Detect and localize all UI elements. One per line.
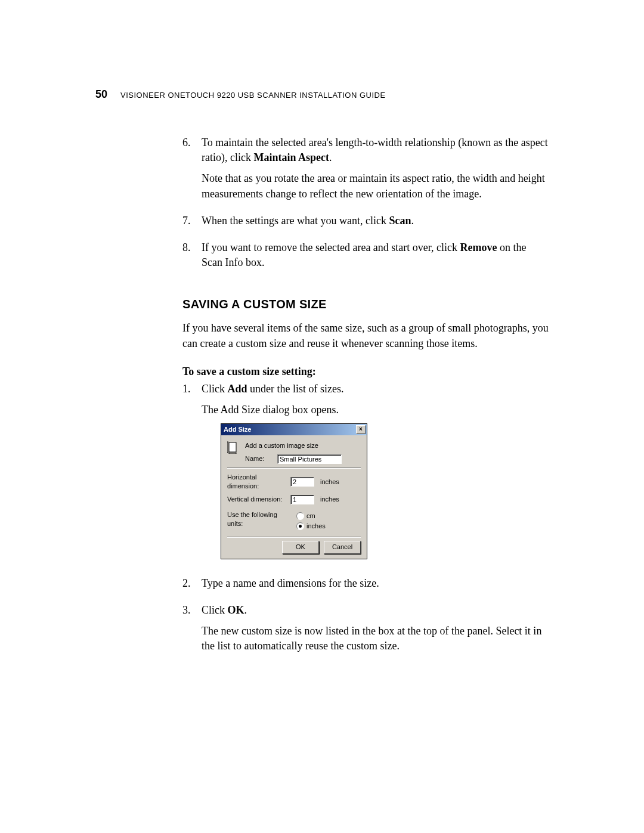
step-3-para2: The new custom size is now listed in the…	[202, 624, 549, 654]
hdim-label: Horizontal dimension:	[227, 473, 287, 491]
name-label: Name:	[245, 454, 274, 463]
list-number: 6.	[182, 135, 202, 208]
ok-button[interactable]: OK	[282, 541, 319, 553]
list-number: 7.	[182, 213, 202, 234]
list-number: 8.	[182, 240, 202, 276]
step-8-text: If you want to remove the selected area …	[202, 240, 549, 270]
list-number: 3.	[182, 603, 202, 660]
vdim-label: Vertical dimension:	[227, 495, 287, 504]
list-number: 2.	[182, 576, 202, 597]
radio-cm[interactable]: cm	[296, 512, 326, 521]
unit-suffix: inches	[320, 478, 339, 487]
add-size-dialog: Add Size ×	[221, 423, 367, 559]
vdim-field[interactable]	[290, 495, 314, 504]
cancel-button[interactable]: Cancel	[324, 541, 361, 553]
radio-icon	[296, 512, 304, 520]
step-6-text: To maintain the selected area's length-t…	[202, 135, 549, 165]
page-number: 50	[95, 88, 107, 101]
header-title: VISIONEER ONETOUCH 9220 USB SCANNER INST…	[120, 91, 386, 100]
intro-paragraph: If you have several items of the same si…	[182, 321, 549, 351]
sub-heading: To save a custom size setting:	[182, 366, 549, 378]
name-field[interactable]	[277, 454, 342, 464]
step-2-text: Type a name and dimensions for the size.	[202, 576, 549, 591]
page-size-icon	[227, 441, 239, 454]
dialog-heading: Add a custom image size	[245, 441, 361, 450]
svg-rect-0	[229, 442, 236, 452]
step-6-note: Note that as you rotate the area or main…	[202, 171, 549, 201]
radio-inches[interactable]: inches	[296, 522, 326, 531]
close-icon[interactable]: ×	[356, 425, 366, 434]
radio-icon	[296, 522, 304, 530]
step-7-text: When the settings are what you want, cli…	[202, 213, 549, 228]
unit-suffix: inches	[320, 495, 339, 504]
instruction-list-1: 6. To maintain the selected area's lengt…	[182, 135, 549, 276]
instruction-list-2: 1. Click Add under the list of sizes. Th…	[182, 382, 549, 660]
step-3-text: Click OK.	[202, 603, 549, 618]
units-label: Use the following units:	[227, 510, 293, 529]
section-heading: SAVING A CUSTOM SIZE	[182, 298, 549, 311]
list-number: 1.	[182, 382, 202, 570]
dialog-title: Add Size	[224, 425, 251, 434]
step-1-para2: The Add Size dialog box opens.	[202, 402, 549, 417]
step-1-text: Click Add under the list of sizes.	[202, 382, 549, 397]
hdim-field[interactable]	[290, 477, 314, 487]
